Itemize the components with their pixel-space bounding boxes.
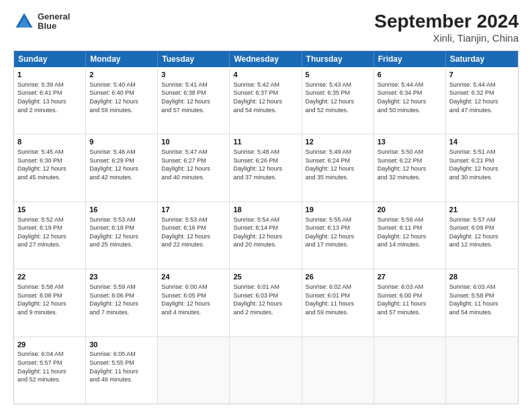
calendar-row: 22Sunrise: 5:58 AM Sunset: 6:08 PM Dayli… — [14, 269, 518, 336]
weekday-header: Monday — [86, 51, 158, 67]
day-number: 12 — [306, 137, 370, 147]
calendar-cell: 5Sunrise: 5:43 AM Sunset: 6:35 PM Daylig… — [302, 67, 374, 134]
day-info: Sunrise: 6:03 AM Sunset: 6:00 PM Dayligh… — [378, 283, 442, 316]
day-number: 9 — [89, 137, 154, 147]
day-number: 15 — [17, 205, 82, 215]
calendar-cell — [374, 337, 446, 404]
calendar-cell: 4Sunrise: 5:42 AM Sunset: 6:37 PM Daylig… — [230, 67, 302, 134]
calendar-cell: 2Sunrise: 5:40 AM Sunset: 6:40 PM Daylig… — [86, 67, 158, 134]
weekday-header: Tuesday — [158, 51, 230, 67]
calendar-cell: 12Sunrise: 5:49 AM Sunset: 6:24 PM Dayli… — [302, 134, 374, 201]
day-info: Sunrise: 5:40 AM Sunset: 6:40 PM Dayligh… — [89, 81, 154, 114]
day-number: 30 — [89, 340, 154, 350]
calendar-cell: 23Sunrise: 5:59 AM Sunset: 6:06 PM Dayli… — [86, 269, 158, 336]
day-number: 23 — [89, 272, 154, 282]
calendar-cell: 27Sunrise: 6:03 AM Sunset: 6:00 PM Dayli… — [374, 269, 446, 336]
day-info: Sunrise: 5:51 AM Sunset: 6:21 PM Dayligh… — [449, 148, 515, 181]
calendar: SundayMondayTuesdayWednesdayThursdayFrid… — [13, 50, 519, 404]
calendar-cell — [230, 337, 302, 404]
day-info: Sunrise: 5:44 AM Sunset: 6:32 PM Dayligh… — [449, 81, 515, 114]
logo: General Blue — [13, 11, 70, 32]
day-info: Sunrise: 5:45 AM Sunset: 6:30 PM Dayligh… — [17, 148, 82, 181]
day-number: 21 — [449, 205, 515, 215]
day-number: 20 — [378, 205, 442, 215]
day-number: 17 — [161, 205, 226, 215]
day-info: Sunrise: 5:56 AM Sunset: 6:11 PM Dayligh… — [378, 216, 442, 249]
day-info: Sunrise: 5:48 AM Sunset: 6:26 PM Dayligh… — [233, 148, 298, 181]
day-number: 22 — [17, 272, 82, 282]
day-info: Sunrise: 5:55 AM Sunset: 6:13 PM Dayligh… — [306, 216, 370, 249]
day-info: Sunrise: 5:41 AM Sunset: 6:38 PM Dayligh… — [161, 81, 226, 114]
weekday-header: Wednesday — [230, 51, 302, 67]
calendar-cell: 26Sunrise: 6:02 AM Sunset: 6:01 PM Dayli… — [302, 269, 374, 336]
calendar-cell: 28Sunrise: 6:03 AM Sunset: 5:58 PM Dayli… — [446, 269, 518, 336]
calendar-cell: 17Sunrise: 5:53 AM Sunset: 6:16 PM Dayli… — [158, 202, 230, 269]
calendar-row: 1Sunrise: 5:39 AM Sunset: 6:41 PM Daylig… — [14, 67, 518, 134]
calendar-cell: 24Sunrise: 6:00 AM Sunset: 6:05 PM Dayli… — [158, 269, 230, 336]
page: General Blue September 2024 Xinli, Tianj… — [0, 0, 532, 411]
calendar-header: SundayMondayTuesdayWednesdayThursdayFrid… — [14, 51, 518, 67]
calendar-subtitle: Xinli, Tianjin, China — [374, 32, 519, 44]
title-block: September 2024 Xinli, Tianjin, China — [374, 11, 519, 44]
calendar-cell: 20Sunrise: 5:56 AM Sunset: 6:11 PM Dayli… — [374, 202, 446, 269]
day-info: Sunrise: 5:52 AM Sunset: 6:19 PM Dayligh… — [17, 216, 82, 249]
day-info: Sunrise: 5:47 AM Sunset: 6:27 PM Dayligh… — [161, 148, 226, 181]
calendar-cell — [302, 337, 374, 404]
calendar-cell: 21Sunrise: 5:57 AM Sunset: 6:09 PM Dayli… — [446, 202, 518, 269]
calendar-cell: 30Sunrise: 6:05 AM Sunset: 5:55 PM Dayli… — [86, 337, 158, 404]
calendar-cell: 10Sunrise: 5:47 AM Sunset: 6:27 PM Dayli… — [158, 134, 230, 201]
day-number: 27 — [378, 272, 442, 282]
day-info: Sunrise: 5:49 AM Sunset: 6:24 PM Dayligh… — [306, 148, 370, 181]
day-info: Sunrise: 5:42 AM Sunset: 6:37 PM Dayligh… — [233, 81, 298, 114]
weekday-header: Friday — [374, 51, 446, 67]
day-number: 29 — [17, 340, 82, 350]
weekday-header: Saturday — [446, 51, 518, 67]
calendar-cell: 16Sunrise: 5:53 AM Sunset: 6:18 PM Dayli… — [86, 202, 158, 269]
calendar-row: 8Sunrise: 5:45 AM Sunset: 6:30 PM Daylig… — [14, 134, 518, 201]
calendar-cell: 3Sunrise: 5:41 AM Sunset: 6:38 PM Daylig… — [158, 67, 230, 134]
calendar-cell: 8Sunrise: 5:45 AM Sunset: 6:30 PM Daylig… — [14, 134, 86, 201]
day-info: Sunrise: 5:53 AM Sunset: 6:16 PM Dayligh… — [161, 216, 226, 249]
calendar-cell: 6Sunrise: 5:44 AM Sunset: 6:34 PM Daylig… — [374, 67, 446, 134]
day-info: Sunrise: 5:46 AM Sunset: 6:29 PM Dayligh… — [89, 148, 154, 181]
day-info: Sunrise: 5:53 AM Sunset: 6:18 PM Dayligh… — [89, 216, 154, 249]
calendar-cell: 9Sunrise: 5:46 AM Sunset: 6:29 PM Daylig… — [86, 134, 158, 201]
day-number: 3 — [161, 70, 226, 80]
day-info: Sunrise: 6:05 AM Sunset: 5:55 PM Dayligh… — [89, 350, 154, 383]
day-number: 5 — [306, 70, 370, 80]
calendar-row: 15Sunrise: 5:52 AM Sunset: 6:19 PM Dayli… — [14, 201, 518, 269]
weekday-header: Thursday — [302, 51, 374, 67]
calendar-cell: 13Sunrise: 5:50 AM Sunset: 6:22 PM Dayli… — [374, 134, 446, 201]
day-info: Sunrise: 5:54 AM Sunset: 6:14 PM Dayligh… — [233, 216, 298, 249]
calendar-cell: 1Sunrise: 5:39 AM Sunset: 6:41 PM Daylig… — [14, 67, 86, 134]
day-info: Sunrise: 6:02 AM Sunset: 6:01 PM Dayligh… — [306, 283, 370, 316]
day-number: 13 — [378, 137, 442, 147]
calendar-cell — [446, 337, 518, 404]
calendar-cell: 14Sunrise: 5:51 AM Sunset: 6:21 PM Dayli… — [446, 134, 518, 201]
day-number: 28 — [449, 272, 515, 282]
calendar-title: September 2024 — [374, 11, 519, 32]
weekday-header: Sunday — [14, 51, 86, 67]
day-info: Sunrise: 5:57 AM Sunset: 6:09 PM Dayligh… — [449, 216, 515, 249]
day-number: 4 — [233, 70, 298, 80]
day-info: Sunrise: 5:59 AM Sunset: 6:06 PM Dayligh… — [89, 283, 154, 316]
calendar-cell: 18Sunrise: 5:54 AM Sunset: 6:14 PM Dayli… — [230, 202, 302, 269]
calendar-body: 1Sunrise: 5:39 AM Sunset: 6:41 PM Daylig… — [14, 67, 518, 404]
calendar-cell — [158, 337, 230, 404]
calendar-cell: 7Sunrise: 5:44 AM Sunset: 6:32 PM Daylig… — [446, 67, 518, 134]
day-number: 8 — [17, 137, 82, 147]
day-number: 25 — [233, 272, 298, 282]
day-number: 26 — [306, 272, 370, 282]
day-number: 18 — [233, 205, 298, 215]
day-number: 14 — [449, 137, 515, 147]
logo-line2: Blue — [38, 21, 70, 31]
logo-text: General Blue — [38, 12, 70, 32]
calendar-cell: 19Sunrise: 5:55 AM Sunset: 6:13 PM Dayli… — [302, 202, 374, 269]
calendar-cell: 25Sunrise: 6:01 AM Sunset: 6:03 PM Dayli… — [230, 269, 302, 336]
day-info: Sunrise: 6:04 AM Sunset: 5:57 PM Dayligh… — [17, 350, 82, 383]
day-info: Sunrise: 6:00 AM Sunset: 6:05 PM Dayligh… — [161, 283, 226, 316]
calendar-cell: 11Sunrise: 5:48 AM Sunset: 6:26 PM Dayli… — [230, 134, 302, 201]
day-number: 11 — [233, 137, 298, 147]
day-number: 2 — [89, 70, 154, 80]
calendar-cell: 22Sunrise: 5:58 AM Sunset: 6:08 PM Dayli… — [14, 269, 86, 336]
